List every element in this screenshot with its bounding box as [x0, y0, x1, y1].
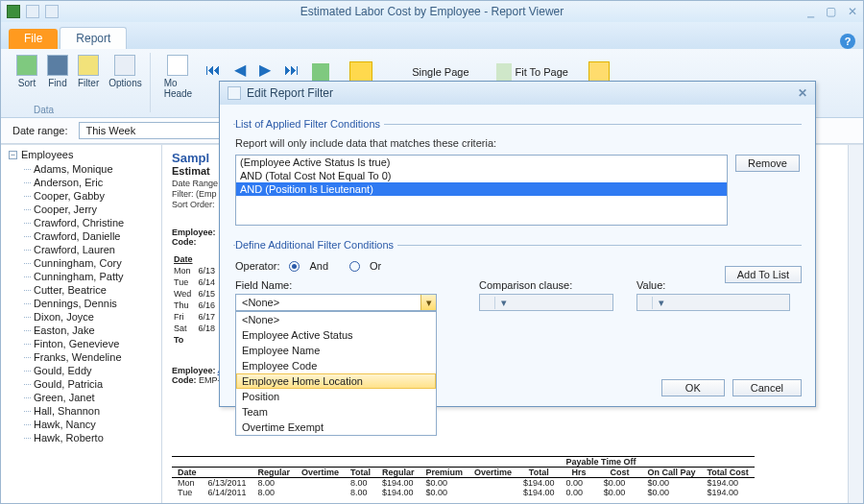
highlight-box-icon[interactable]: [349, 61, 372, 83]
close-button[interactable]: ✕: [848, 5, 857, 18]
tree-item[interactable]: Finton, Genevieve: [24, 337, 157, 350]
date-range-value: This Week: [80, 125, 141, 136]
operator-and-radio[interactable]: [289, 261, 300, 272]
tree-item[interactable]: Crawford, Danielle: [24, 229, 157, 243]
field-name-dropdown-list[interactable]: <None>Employee Active StatusEmployee Nam…: [235, 311, 437, 436]
tree-item[interactable]: Crawford, Christine: [24, 216, 157, 229]
dialog-titlebar: Edit Report Filter ✕: [220, 82, 815, 105]
condition-item[interactable]: AND (Total Cost Not Equal To 0): [236, 169, 727, 182]
dropdown-option[interactable]: Employee Name: [236, 343, 436, 358]
minimize-button[interactable]: ⎯: [807, 5, 814, 18]
hand-tool-icon[interactable]: [588, 61, 610, 83]
find-icon: [47, 55, 68, 76]
zoom-icon[interactable]: [623, 63, 640, 81]
dialog-icon: [228, 86, 241, 100]
find-button[interactable]: Find: [47, 53, 68, 88]
tree-item[interactable]: Dixon, Joyce: [24, 310, 157, 324]
qat-export-icon[interactable]: [45, 5, 59, 18]
options-icon: [114, 55, 135, 76]
tree-collapse-icon[interactable]: −: [9, 151, 17, 159]
sort-icon: [16, 55, 37, 76]
qat-print-icon[interactable]: [26, 5, 39, 18]
modify-headers-icon: [167, 55, 188, 76]
employee-tree[interactable]: − Employees Adams, MoniqueAnderson, Eric…: [1, 145, 162, 503]
edit-filter-dialog: Edit Report Filter ✕ List of Applied Fil…: [219, 81, 816, 407]
add-to-list-button[interactable]: Add To List: [725, 266, 802, 283]
report-scrollbar[interactable]: [848, 145, 863, 503]
condition-item[interactable]: (Employee Active Status Is true): [236, 156, 727, 169]
tree-item[interactable]: Cutter, Beatrice: [24, 283, 157, 297]
chevron-down-icon[interactable]: ▾: [420, 295, 436, 310]
app-icon: [7, 5, 20, 18]
tree-item[interactable]: Green, Janet: [24, 391, 157, 404]
tree-item[interactable]: Dennings, Dennis: [24, 297, 157, 310]
modify-headers-button[interactable]: MoHeade: [164, 53, 192, 99]
tree-item[interactable]: Gould, Eddy: [24, 364, 157, 377]
applied-conditions-legend: List of Applied Filter Conditions: [235, 118, 384, 130]
last-page-icon[interactable]: ⏭: [284, 61, 300, 79]
comparison-combo[interactable]: ▾: [479, 294, 613, 311]
additional-conditions-legend: Define Additional Filter Conditions: [235, 239, 397, 251]
tree-item[interactable]: Cunningham, Patty: [24, 270, 157, 283]
tab-strip: File Report ?: [1, 22, 863, 49]
remove-button[interactable]: Remove: [735, 155, 800, 172]
prev-page-icon[interactable]: ◀: [234, 60, 246, 79]
date-range-label: Date range:: [12, 125, 67, 136]
tree-item[interactable]: Adams, Monique: [24, 162, 157, 176]
cancel-button[interactable]: Cancel: [732, 379, 802, 396]
tree-item[interactable]: Crawford, Lauren: [24, 243, 157, 256]
options-button[interactable]: Options: [108, 53, 141, 88]
quick-access-toolbar: [26, 5, 59, 18]
dropdown-option[interactable]: Team: [236, 404, 436, 420]
operator-or-radio[interactable]: [349, 261, 360, 272]
tree-item[interactable]: Gould, Patricia: [24, 377, 157, 391]
dropdown-option[interactable]: Employee Active Status: [236, 327, 436, 343]
next-page-icon[interactable]: ▶: [259, 60, 271, 79]
tree-item[interactable]: Hall, Shannon: [24, 404, 157, 418]
tab-report[interactable]: Report: [60, 27, 127, 49]
dropdown-option[interactable]: Position: [236, 389, 436, 404]
dropdown-option[interactable]: <None>: [236, 312, 436, 327]
fit-to-page-icon: [496, 63, 512, 81]
tree-item[interactable]: Franks, Wendeline: [24, 350, 157, 364]
dropdown-option[interactable]: Employee Code: [236, 358, 436, 373]
nav-group: ⏮ ◀ ▶ ⏭: [205, 53, 300, 79]
tree-root-label: Employees: [21, 149, 73, 160]
tree-item[interactable]: Cooper, Gabby: [24, 189, 157, 203]
sort-button[interactable]: Sort: [16, 53, 37, 88]
tree-item[interactable]: Cunningham, Cory: [24, 256, 157, 270]
comparison-label: Comparison clause:: [479, 279, 623, 291]
window-title: Estimated Labor Cost by Employee - Repor…: [1, 5, 863, 18]
maximize-button[interactable]: ▢: [826, 5, 836, 18]
condition-item[interactable]: AND (Position Is Lieutenant): [236, 182, 727, 196]
ribbon-group-data-caption: Data: [34, 105, 54, 115]
ribbon-group-data: Sort Find Filter Options: [9, 53, 151, 112]
tree-item[interactable]: Hawk, Nancy: [24, 418, 157, 431]
refresh-icon: [312, 63, 329, 81]
first-page-icon[interactable]: ⏮: [205, 61, 221, 79]
dropdown-option[interactable]: Overtime Exempt: [236, 420, 436, 435]
filter-icon: [78, 55, 99, 76]
filter-button[interactable]: Filter: [78, 53, 99, 88]
help-icon[interactable]: ?: [840, 34, 855, 49]
tab-file[interactable]: File: [9, 29, 58, 49]
tree-item[interactable]: Cooper, Jerry: [24, 203, 157, 216]
tree-item[interactable]: Easton, Jake: [24, 324, 157, 337]
conditions-list[interactable]: (Employee Active Status Is true)AND (Tot…: [235, 155, 728, 226]
dialog-close-button[interactable]: ✕: [798, 86, 807, 100]
titlebar: Estimated Labor Cost by Employee - Repor…: [1, 1, 863, 22]
dialog-title: Edit Report Filter: [247, 86, 333, 100]
field-name-dropdown[interactable]: <None>▾ <None>Employee Active StatusEmpl…: [235, 294, 437, 311]
field-name-label: Field Name:: [235, 279, 437, 291]
tree-item[interactable]: Anderson, Eric: [24, 176, 157, 189]
single-page-icon: [393, 63, 408, 81]
applied-conditions-hint: Report will only include data that match…: [235, 137, 800, 149]
value-combo[interactable]: ▾: [636, 294, 790, 311]
ok-button[interactable]: OK: [661, 379, 725, 396]
operator-label: Operator:: [235, 260, 279, 272]
dropdown-option[interactable]: Employee Home Location: [236, 373, 436, 389]
tree-item[interactable]: Hawk, Roberto: [24, 431, 157, 444]
